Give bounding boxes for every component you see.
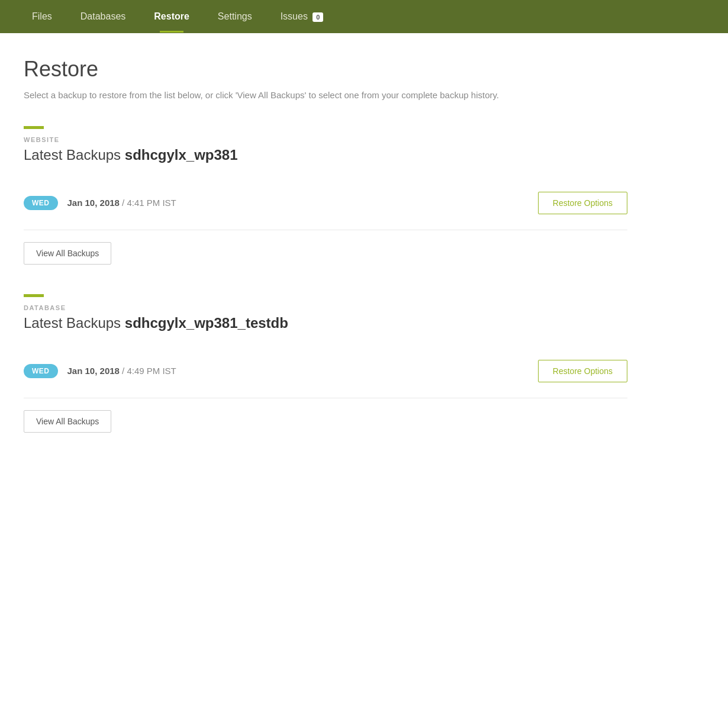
- website-indicator: [24, 126, 44, 129]
- website-divider: [24, 230, 627, 230]
- website-view-all-button[interactable]: View All Backups: [24, 242, 111, 265]
- website-backup-item: WED Jan 10, 2018 / 4:41 PM IST Restore O…: [24, 181, 627, 225]
- main-content: Restore Select a backup to restore from …: [0, 33, 651, 486]
- website-section-title: Latest Backups sdhcgylx_wp381: [24, 147, 627, 163]
- page-description: Select a backup to restore from the list…: [24, 89, 627, 102]
- issues-badge: 0: [313, 12, 323, 22]
- database-backup-time: 4:49 PM IST: [127, 366, 176, 376]
- website-section-label: WEBSITE: [24, 136, 627, 143]
- database-indicator: [24, 294, 44, 297]
- website-title-prefix: Latest Backups: [24, 147, 121, 163]
- database-backup-left: WED Jan 10, 2018 / 4:49 PM IST: [24, 364, 176, 378]
- database-day-badge: WED: [24, 364, 58, 378]
- database-view-all-button[interactable]: View All Backups: [24, 410, 111, 433]
- nav-item-issues[interactable]: Issues 0: [266, 1, 338, 33]
- database-backup-item: WED Jan 10, 2018 / 4:49 PM IST Restore O…: [24, 349, 627, 393]
- database-title-prefix: Latest Backups: [24, 315, 121, 331]
- website-backup-left: WED Jan 10, 2018 / 4:41 PM IST: [24, 196, 176, 210]
- database-title-name: sdhcgylx_wp381_testdb: [125, 315, 288, 331]
- database-section-label: DATABASE: [24, 304, 627, 311]
- nav-issues-label: Issues: [281, 11, 308, 21]
- website-section: WEBSITE Latest Backups sdhcgylx_wp381 WE…: [24, 126, 627, 265]
- database-divider: [24, 398, 627, 398]
- database-backup-date-value: Jan 10, 2018: [67, 366, 120, 376]
- nav-item-settings[interactable]: Settings: [204, 1, 266, 33]
- database-restore-options-button[interactable]: Restore Options: [538, 360, 627, 382]
- website-backup-date-value: Jan 10, 2018: [67, 198, 120, 208]
- website-backup-date: Jan 10, 2018 / 4:41 PM IST: [67, 198, 176, 208]
- database-backup-date: Jan 10, 2018 / 4:49 PM IST: [67, 366, 176, 376]
- page-title: Restore: [24, 57, 627, 82]
- website-day-badge: WED: [24, 196, 58, 210]
- database-section: DATABASE Latest Backups sdhcgylx_wp381_t…: [24, 294, 627, 433]
- nav-item-restore[interactable]: Restore: [140, 1, 204, 33]
- database-section-title: Latest Backups sdhcgylx_wp381_testdb: [24, 315, 627, 331]
- website-restore-options-button[interactable]: Restore Options: [538, 192, 627, 214]
- main-nav: Files Databases Restore Settings Issues …: [0, 0, 728, 33]
- nav-item-databases[interactable]: Databases: [66, 1, 140, 33]
- website-title-name: sdhcgylx_wp381: [125, 147, 238, 163]
- website-backup-time: 4:41 PM IST: [127, 198, 176, 208]
- nav-item-files[interactable]: Files: [18, 1, 66, 33]
